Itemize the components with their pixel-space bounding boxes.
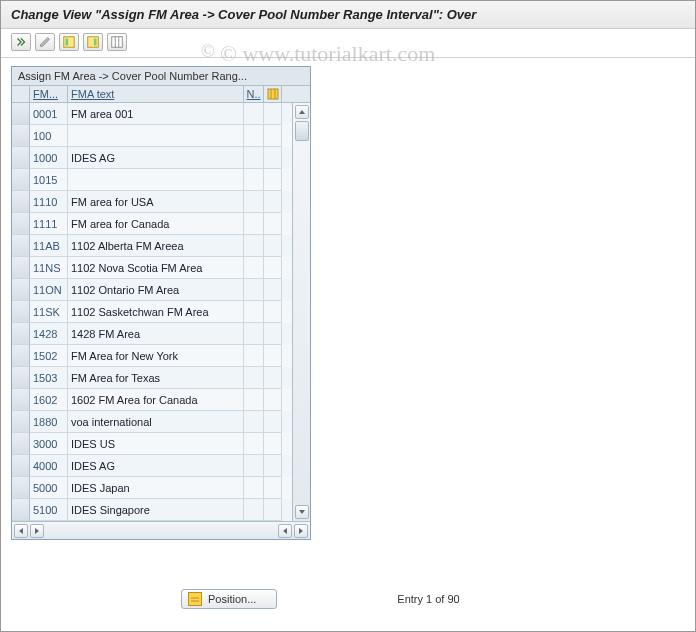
table-row[interactable]: 5100IDES Singapore bbox=[12, 499, 292, 521]
row-selector[interactable] bbox=[12, 433, 30, 455]
fma-text-cell[interactable]: IDES Japan bbox=[68, 477, 244, 499]
row-selector[interactable] bbox=[12, 213, 30, 235]
n-cell[interactable] bbox=[244, 499, 264, 521]
fma-text-cell[interactable]: IDES Singapore bbox=[68, 499, 244, 521]
scroll-left-button[interactable] bbox=[14, 524, 28, 538]
table-row[interactable]: 1000IDES AG bbox=[12, 147, 292, 169]
fma-text-cell[interactable]: 1102 Ontario FM Area bbox=[68, 279, 244, 301]
fm-area-cell[interactable]: 11NS bbox=[30, 257, 68, 279]
n-cell[interactable] bbox=[244, 191, 264, 213]
table-row[interactable]: 1502FM Area for New York bbox=[12, 345, 292, 367]
fma-text-cell[interactable]: FM area for USA bbox=[68, 191, 244, 213]
table-row[interactable]: 11SK1102 Sasketchwan FM Area bbox=[12, 301, 292, 323]
n-cell[interactable] bbox=[244, 301, 264, 323]
row-selector[interactable] bbox=[12, 367, 30, 389]
column-settings-icon[interactable] bbox=[264, 86, 282, 102]
fm-area-cell[interactable]: 1502 bbox=[30, 345, 68, 367]
scroll-thumb[interactable] bbox=[295, 121, 309, 141]
fm-area-cell[interactable]: 11ON bbox=[30, 279, 68, 301]
fma-text-cell[interactable]: FM area for Canada bbox=[68, 213, 244, 235]
n-cell[interactable] bbox=[244, 323, 264, 345]
table-row[interactable]: 1110FM area for USA bbox=[12, 191, 292, 213]
fm-area-cell[interactable]: 5000 bbox=[30, 477, 68, 499]
header-n[interactable]: N.. bbox=[244, 86, 264, 102]
fma-text-cell[interactable] bbox=[68, 169, 244, 191]
row-selector[interactable] bbox=[12, 389, 30, 411]
n-cell[interactable] bbox=[244, 455, 264, 477]
scroll-up-button[interactable] bbox=[295, 105, 309, 119]
n-cell[interactable] bbox=[244, 345, 264, 367]
row-selector[interactable] bbox=[12, 169, 30, 191]
table-row[interactable]: 1503FM Area for Texas bbox=[12, 367, 292, 389]
row-selector[interactable] bbox=[12, 235, 30, 257]
horizontal-scrollbar[interactable] bbox=[12, 521, 310, 539]
scroll-right-button[interactable] bbox=[30, 524, 44, 538]
table-row[interactable]: 1111FM area for Canada bbox=[12, 213, 292, 235]
header-fma-text[interactable]: FMA text bbox=[68, 86, 244, 102]
n-cell[interactable] bbox=[244, 125, 264, 147]
fma-text-cell[interactable]: 1102 Sasketchwan FM Area bbox=[68, 301, 244, 323]
hscroll-track[interactable] bbox=[46, 524, 276, 538]
table-row[interactable]: 16021602 FM Area for Canada bbox=[12, 389, 292, 411]
row-selector[interactable] bbox=[12, 279, 30, 301]
table-row[interactable]: 0001FM area 001 bbox=[12, 103, 292, 125]
fm-area-cell[interactable]: 11AB bbox=[30, 235, 68, 257]
table-row[interactable]: 4000IDES AG bbox=[12, 455, 292, 477]
position-button[interactable]: Position... bbox=[181, 589, 277, 609]
fma-text-cell[interactable]: 1102 Alberta FM Areea bbox=[68, 235, 244, 257]
row-selector[interactable] bbox=[12, 301, 30, 323]
n-cell[interactable] bbox=[244, 147, 264, 169]
table-row[interactable]: 5000IDES Japan bbox=[12, 477, 292, 499]
n-cell[interactable] bbox=[244, 257, 264, 279]
n-cell[interactable] bbox=[244, 279, 264, 301]
table-row[interactable]: 100 bbox=[12, 125, 292, 147]
fm-area-cell[interactable]: 3000 bbox=[30, 433, 68, 455]
n-cell[interactable] bbox=[244, 213, 264, 235]
n-cell[interactable] bbox=[244, 477, 264, 499]
n-cell[interactable] bbox=[244, 411, 264, 433]
fm-area-cell[interactable]: 1880 bbox=[30, 411, 68, 433]
row-selector[interactable] bbox=[12, 257, 30, 279]
row-selector[interactable] bbox=[12, 411, 30, 433]
table-row[interactable]: 11AB1102 Alberta FM Areea bbox=[12, 235, 292, 257]
fm-area-cell[interactable]: 1015 bbox=[30, 169, 68, 191]
column-config-button[interactable] bbox=[107, 33, 127, 51]
fma-text-cell[interactable]: voa international bbox=[68, 411, 244, 433]
row-selector[interactable] bbox=[12, 499, 30, 521]
table-row[interactable]: 14281428 FM Area bbox=[12, 323, 292, 345]
fma-text-cell[interactable]: IDES AG bbox=[68, 147, 244, 169]
vertical-scrollbar[interactable] bbox=[292, 103, 310, 521]
fm-area-cell[interactable]: 1110 bbox=[30, 191, 68, 213]
fma-text-cell[interactable]: FM Area for Texas bbox=[68, 367, 244, 389]
n-cell[interactable] bbox=[244, 367, 264, 389]
scroll-right-end-button[interactable] bbox=[294, 524, 308, 538]
scroll-left-end-button[interactable] bbox=[278, 524, 292, 538]
fm-area-cell[interactable]: 0001 bbox=[30, 103, 68, 125]
row-selector[interactable] bbox=[12, 147, 30, 169]
fm-area-cell[interactable]: 1000 bbox=[30, 147, 68, 169]
deselect-all-button[interactable] bbox=[83, 33, 103, 51]
fma-text-cell[interactable]: 1428 FM Area bbox=[68, 323, 244, 345]
fma-text-cell[interactable]: 1102 Nova Scotia FM Area bbox=[68, 257, 244, 279]
scroll-down-button[interactable] bbox=[295, 505, 309, 519]
n-cell[interactable] bbox=[244, 103, 264, 125]
fma-text-cell[interactable]: 1602 FM Area for Canada bbox=[68, 389, 244, 411]
row-selector[interactable] bbox=[12, 103, 30, 125]
n-cell[interactable] bbox=[244, 389, 264, 411]
scroll-track[interactable] bbox=[295, 141, 309, 505]
row-selector[interactable] bbox=[12, 455, 30, 477]
table-row[interactable]: 1015 bbox=[12, 169, 292, 191]
fm-area-cell[interactable]: 1602 bbox=[30, 389, 68, 411]
expand-all-button[interactable] bbox=[11, 33, 31, 51]
fm-area-cell[interactable]: 5100 bbox=[30, 499, 68, 521]
header-fm[interactable]: FM... bbox=[30, 86, 68, 102]
edit-button[interactable] bbox=[35, 33, 55, 51]
fm-area-cell[interactable]: 1111 bbox=[30, 213, 68, 235]
table-row[interactable]: 3000IDES US bbox=[12, 433, 292, 455]
row-selector[interactable] bbox=[12, 323, 30, 345]
row-selector[interactable] bbox=[12, 191, 30, 213]
n-cell[interactable] bbox=[244, 235, 264, 257]
n-cell[interactable] bbox=[244, 433, 264, 455]
table-row[interactable]: 1880voa international bbox=[12, 411, 292, 433]
fm-area-cell[interactable]: 11SK bbox=[30, 301, 68, 323]
